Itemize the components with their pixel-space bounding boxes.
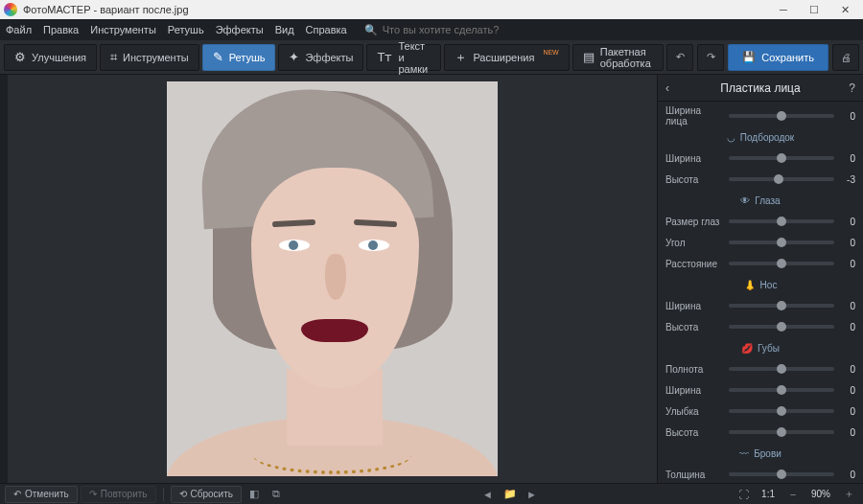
next-button[interactable]: ► [523,486,542,503]
slider-track[interactable] [729,156,834,160]
plus-icon: ＋ [455,49,467,66]
slider-track[interactable] [729,472,834,476]
close-button[interactable]: ✕ [830,1,859,18]
slider-label: Высота [665,322,723,332]
slider-track[interactable] [729,409,834,413]
menubar: Файл Правка Инструменты Ретушь Эффекты В… [0,19,863,40]
rotate-right-button[interactable]: ↷ [697,44,724,71]
slider-value: 0 [840,322,855,332]
slider-thumb[interactable] [777,364,786,374]
slider-value: 0 [840,111,855,122]
slider-track[interactable] [729,367,834,371]
print-button[interactable]: 🖨 [832,44,859,71]
section-header: 👁Глаза [665,191,855,210]
slider-thumb[interactable] [777,111,786,121]
slider-thumb[interactable] [777,153,786,163]
search-icon: 🔍 [364,24,378,36]
rotate-left-button[interactable]: ↶ [666,44,693,71]
slider-label: Высота [665,427,723,438]
slider-track[interactable] [729,430,834,434]
maximize-button[interactable]: ☐ [800,1,828,18]
menu-help[interactable]: Справка [306,24,347,35]
save-button[interactable]: 💾Сохранить [728,44,828,71]
slider-label: Размер глаз [665,217,723,227]
zoom-in-button[interactable]: ＋ [839,486,858,503]
titlebar: ФотоМАСТЕР - вариант после.jpg ─ ☐ ✕ [0,0,863,19]
slider-thumb[interactable] [774,174,783,184]
fit-button[interactable]: ⛶ [734,486,753,503]
prev-button[interactable]: ◄ [478,486,498,503]
search-input[interactable] [383,24,536,35]
slider-track[interactable] [729,177,834,181]
slider-track[interactable] [729,241,834,244]
ratio-label[interactable]: 1:1 [761,489,775,499]
rotate-left-icon: ↶ [676,51,685,63]
slider-track[interactable] [729,325,834,329]
left-strip [0,75,8,483]
slider-label: Расстояние [665,259,723,269]
rotate-right-icon: ↷ [707,51,715,63]
section-header: 💋Губы [665,338,855,357]
undo-icon: ↶ [13,489,21,499]
folder-button[interactable]: 📁 [501,486,520,503]
menu-effects[interactable]: Эффекты [216,24,264,35]
slider-eye_angle: Угол 0 [658,232,863,253]
slider-chin_height: Высота -3 [658,169,863,190]
side-panel: ‹ Пластика лица ? Ширина лица 0◡Подбород… [657,75,863,483]
redo-button[interactable]: ↷Повторить [81,486,156,503]
slider-thumb[interactable] [777,406,786,416]
slider-track[interactable] [729,304,834,308]
zoom-out-button[interactable]: − [783,486,803,503]
menu-file[interactable]: Файл [6,24,32,35]
slider-track[interactable] [729,219,834,223]
history-button[interactable]: ⧉ [267,486,286,503]
menu-tools[interactable]: Инструменты [90,24,156,35]
chin-icon: ◡ [727,132,735,143]
slider-label: Ширина лица [665,105,723,126]
compare-button[interactable]: ◧ [245,486,264,503]
print-icon: 🖨 [841,52,851,63]
slider-value: 0 [840,406,855,417]
slider-value: 0 [840,238,855,248]
lips-icon: 💋 [741,343,753,354]
slider-thumb[interactable] [777,259,786,268]
panel-back-button[interactable]: ‹ [665,81,669,95]
tab-retouch[interactable]: ✎Ретушь [202,44,276,71]
undo-button[interactable]: ↶Отменить [5,486,78,503]
save-icon: 💾 [742,51,756,63]
tab-text[interactable]: TᴛТекст и рамки [366,44,441,71]
tab-extensions[interactable]: ＋РасширенияNEW [444,44,569,71]
window-title: ФотоМАСТЕР - вариант после.jpg [23,4,189,15]
slider-thumb[interactable] [777,470,786,479]
slider-track[interactable] [729,388,834,392]
slider-label: Ширина [665,301,723,311]
slider-thumb[interactable] [777,301,786,310]
sparkle-icon: ✦ [289,50,299,64]
reset-button[interactable]: ⟲Сбросить [171,486,242,503]
slider-track[interactable] [729,114,834,118]
tab-enhance[interactable]: ⚙Улучшения [4,44,97,71]
slider-thumb[interactable] [777,238,786,247]
menu-retouch[interactable]: Ретушь [168,24,204,35]
slider-label: Ширина [665,153,723,164]
menu-edit[interactable]: Правка [43,24,79,35]
slider-thumb[interactable] [777,217,786,226]
canvas[interactable] [8,75,657,483]
slider-value: 0 [840,470,855,480]
redo-icon: ↷ [89,489,97,499]
slider-thumb[interactable] [777,427,786,437]
slider-eye_dist: Расстояние 0 [658,253,863,274]
slider-thumb[interactable] [777,322,786,332]
tab-batch[interactable]: ▤Пакетная обработка [572,44,665,71]
tab-effects[interactable]: ✦Эффекты [278,44,363,71]
slider-track[interactable] [729,262,834,265]
slider-chin_width: Ширина 0 [658,148,863,169]
bottombar: ↶Отменить ↷Повторить ⟲Сбросить ◧ ⧉ ◄ 📁 ►… [0,483,863,504]
menu-view[interactable]: Вид [275,24,294,35]
minimize-button[interactable]: ─ [769,1,798,18]
section-header: ◡Подбородок [665,127,855,147]
slider-value: 0 [840,385,855,396]
panel-help-button[interactable]: ? [849,81,855,95]
slider-thumb[interactable] [777,385,786,395]
tab-tools[interactable]: ⌗Инструменты [100,44,199,71]
